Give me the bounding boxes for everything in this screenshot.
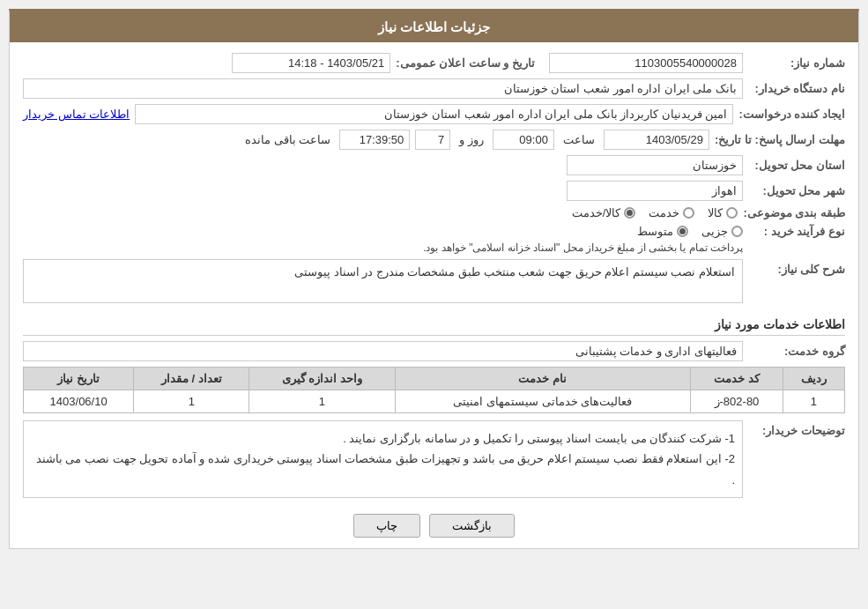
table-body: 1 802-80-ز فعالیت‌های خدماتی سیستمهای ام…	[24, 390, 845, 413]
cell-kodKhedmat: 802-80-ز	[691, 390, 783, 413]
tabaqe-option-3: کالا/خدمت	[572, 206, 636, 219]
shahreKolli-label: شرح کلی نیاز:	[748, 259, 845, 276]
col-kodKhedmat: کد خدمت	[691, 368, 783, 390]
page-title: جزئیات اطلاعات نیاز	[378, 19, 490, 34]
goroheKhedmat-label: گروه خدمت:	[748, 345, 845, 358]
row-ostan: استان محل تحویل: خوزستان	[23, 155, 845, 175]
main-card: جزئیات اطلاعات نیاز شماره نیاز: 11030055…	[9, 9, 859, 549]
col-vahed: واحد اندازه گیری	[249, 368, 395, 390]
cell-tedad: 1	[134, 390, 249, 413]
noefarayand-label-2: متوسط	[637, 225, 673, 238]
shahreKolli-value: استعلام نصب سیستم اعلام حریق جهت شعب منت…	[23, 259, 743, 303]
row-mohlatErsalPasokh: مهلت ارسال پاسخ: تا تاریخ: 1403/05/29 سا…	[23, 130, 845, 150]
row-shahr: شهر محل تحویل: اهواز	[23, 181, 845, 201]
tarikh-label: تاریخ و ساعت اعلان عمومی:	[396, 56, 535, 70]
row-shomareNiaz: شماره نیاز: 1103005540000028 تاریخ و ساع…	[23, 53, 845, 73]
col-tarikh: تاریخ نیاز	[24, 368, 134, 390]
col-radif: ردیف	[783, 368, 844, 390]
tawzih-line-1: 1- شرکت کنندگان می بایست اسناد پیوستی را…	[31, 428, 735, 449]
row-shahreKolli: شرح کلی نیاز: استعلام نصب سیستم اعلام حر…	[23, 259, 845, 308]
tawzih-line-2: 2- این استعلام فقط نصب سیستم اعلام حریق …	[31, 449, 735, 490]
tabaqe-label-3: کالا/خدمت	[572, 206, 621, 219]
noefarayand-radio-1[interactable]	[731, 226, 743, 237]
noefarayand-radiogroup: جزیی متوسط	[423, 225, 743, 238]
tabaqe-radio-1[interactable]	[726, 207, 738, 219]
row-tabaqe: طبقه بندی موضوعی: کالا خدمت کالا/خدمت	[23, 206, 845, 219]
cell-namKhedmat: فعالیت‌های خدماتی سیستمهای امنیتی	[395, 390, 691, 413]
col-namKhedmat: نام خدمت	[395, 368, 691, 390]
shahr-label: شهر محل تحویل:	[748, 184, 845, 197]
namdastgah-value: بانک ملی ایران اداره امور شعب استان خوزس…	[23, 78, 743, 99]
tabaqe-label: طبقه بندی موضوعی:	[743, 206, 845, 219]
col-tedad: تعداد / مقدار	[134, 368, 249, 390]
noefarayand-radio-2[interactable]	[677, 226, 688, 237]
noefarayand-label-1: جزیی	[701, 225, 728, 238]
tabaqe-radio-3[interactable]	[624, 207, 635, 219]
back-button[interactable]: بازگشت	[429, 514, 515, 538]
abad-value: امین فریدنیان کاربرداز بانک ملی ایران اد…	[135, 104, 733, 124]
cell-tarikh: 1403/06/10	[24, 390, 134, 413]
roz-value: 7	[415, 130, 450, 150]
noefarayand-note: پرداخت تمام یا بخشی از مبلغ خریداز محل "…	[423, 241, 743, 254]
noefarayand-option-1: جزیی	[701, 225, 743, 238]
noefarayand-option-2: متوسط	[637, 225, 688, 238]
tarikh-value: 1403/05/21 - 14:18	[232, 53, 390, 73]
row-tawzih: توضیحات خریدار: 1- شرکت کنندگان می بایست…	[23, 420, 845, 505]
tabaqe-label-1: کالا	[708, 206, 723, 219]
tabaqe-radio-2[interactable]	[683, 207, 694, 219]
date1-value: 1403/05/29	[604, 130, 709, 150]
tawzih-label: توضیحات خریدار:	[748, 420, 845, 437]
page-wrapper: جزئیات اطلاعات نیاز شماره نیاز: 11030055…	[0, 0, 868, 609]
row-abad: ایجاد کننده درخواست: امین فریدنیان کاربر…	[23, 104, 845, 124]
tabaqe-label-2: خدمت	[649, 206, 679, 219]
shomareNiaz-label: شماره نیاز:	[748, 56, 845, 70]
goroheKhedmat-value: فعالیتهای اداری و خدمات پشتیبانی	[23, 341, 743, 361]
noefarayand-label: نوع فرآیند خرید :	[748, 225, 845, 238]
tabaqe-radiogroup: کالا خدمت کالا/خدمت	[572, 206, 738, 219]
saat-value: 09:00	[493, 130, 554, 150]
baghimandeh-value: 17:39:50	[339, 130, 410, 150]
cell-vahed: 1	[249, 390, 395, 413]
ostan-value: خوزستان	[567, 155, 743, 175]
card-body: شماره نیاز: 1103005540000028 تاریخ و ساع…	[10, 42, 858, 548]
print-button[interactable]: چاپ	[353, 514, 420, 538]
table-header: ردیف کد خدمت نام خدمت واحد اندازه گیری ت…	[24, 368, 845, 390]
rozLabel: روز و	[459, 133, 484, 146]
row-noefarayand: نوع فرآیند خرید : جزیی متوسط پرداخت تمام…	[23, 225, 845, 254]
shomareNiaz-value: 1103005540000028	[549, 53, 743, 73]
card-header: جزئیات اطلاعات نیاز	[10, 12, 858, 42]
row-namdastgah: نام دستگاه خریدار: بانک ملی ایران اداره …	[23, 78, 845, 99]
service-table: ردیف کد خدمت نام خدمت واحد اندازه گیری ت…	[23, 367, 845, 413]
namdastgah-label: نام دستگاه خریدار:	[748, 82, 845, 95]
ostan-label: استان محل تحویل:	[748, 159, 845, 172]
shahr-value: اهواز	[567, 181, 743, 201]
cell-radif: 1	[783, 390, 844, 413]
saatLabel: ساعت	[563, 133, 595, 146]
table-row: 1 802-80-ز فعالیت‌های خدماتی سیستمهای ام…	[24, 390, 845, 413]
abad-link[interactable]: اطلاعات تماس خریدار	[23, 108, 130, 121]
mohlatErsalPasokh-label: مهلت ارسال پاسخ: تا تاریخ:	[715, 133, 845, 146]
tabaqe-option-2: خدمت	[649, 206, 694, 219]
abad-label: ایجاد کننده درخواست:	[738, 108, 845, 121]
buttons-row: بازگشت چاپ	[23, 514, 845, 538]
khadamat-section-title: اطلاعات خدمات مورد نیاز	[23, 317, 845, 336]
baghimandeh-label: ساعت باقی مانده	[245, 133, 330, 146]
tawzih-box: 1- شرکت کنندگان می بایست اسناد پیوستی را…	[23, 420, 743, 498]
tabaqe-option-1: کالا	[708, 206, 738, 219]
row-goroheKhedmat: گروه خدمت: فعالیتهای اداری و خدمات پشتیب…	[23, 341, 845, 361]
